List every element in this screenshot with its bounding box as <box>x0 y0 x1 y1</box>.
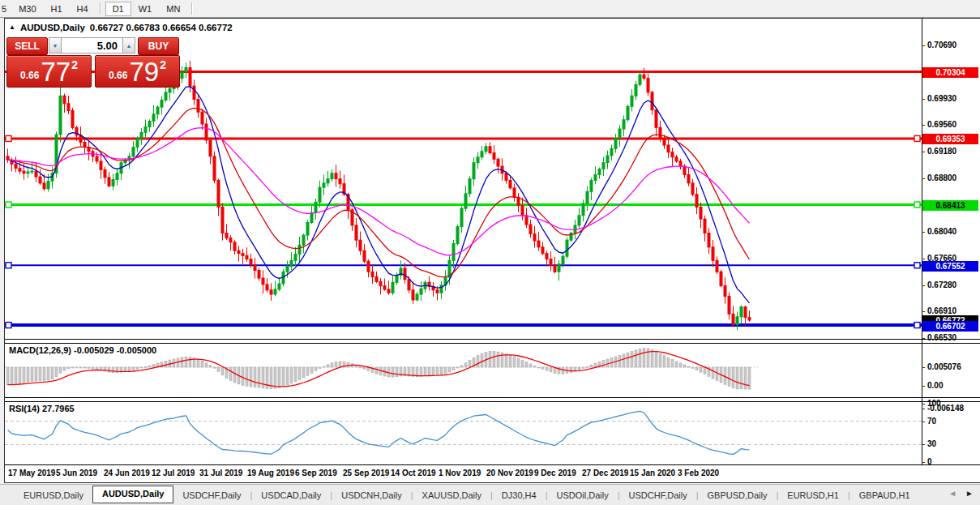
price-tick-label: 0.66910 <box>927 306 956 315</box>
horizontal-line-0.68413[interactable] <box>5 202 922 208</box>
indicator-tick-mark <box>922 422 925 422</box>
price-badge-0.67552: 0.67552 <box>922 261 978 272</box>
date-label: 3 Feb 2020 <box>678 469 719 477</box>
price-badge-0.69353: 0.69353 <box>922 134 978 144</box>
sell-quote-button[interactable]: 0.66 77 2 <box>6 55 92 88</box>
buy-quote-button[interactable]: 0.66 79 2 <box>95 55 180 88</box>
price-tick-label: 0.70690 <box>927 41 956 49</box>
chart-tab-EURUSD-H1[interactable]: EURUSD,H1 <box>778 486 848 504</box>
date-label: 15 Jan 2020 <box>630 469 675 477</box>
volume-increase-button[interactable]: ▲ <box>122 37 135 53</box>
date-label: 14 Oct 2019 <box>391 469 436 477</box>
buy-button[interactable]: BUY <box>138 37 179 55</box>
horizontal-line-0.66702[interactable] <box>5 323 922 328</box>
volume-decrease-button[interactable]: ▼ <box>49 37 62 53</box>
timeframe-toolbar: 5M30H1H4D1W1MN <box>0 0 980 18</box>
chart-tab-DJ30-H4[interactable]: DJ30,H4 <box>493 486 546 504</box>
date-label: 19 Aug 2019 <box>247 469 294 477</box>
chart-window: ▲ AUDUSD,Daily 0.66727 0.66783 0.66654 0… <box>4 18 980 483</box>
date-label: 24 Jun 2019 <box>104 469 150 477</box>
moving-average-20 <box>8 108 750 276</box>
timeframe-button-M30[interactable]: M30 <box>11 2 43 16</box>
chart-tab-USDCNH-Daily[interactable]: USDCNH,Daily <box>332 486 411 504</box>
rsi-line <box>8 411 750 454</box>
date-label: 27 Dec 2019 <box>582 469 628 477</box>
price-badge-0.70304: 0.70304 <box>922 67 978 78</box>
rsi-pane-canvas[interactable] <box>5 401 922 464</box>
date-label: 12 Jul 2019 <box>152 469 195 477</box>
price-tick-label: 0.68800 <box>927 173 956 182</box>
price-tick-mark <box>922 125 925 126</box>
horizontal-line-0.67552[interactable] <box>5 263 922 268</box>
price-tick-label: 0.69560 <box>927 120 956 129</box>
trading-terminal: 5M30H1H4D1W1MN ▲ AUDUSD,Daily 0.66727 0.… <box>0 0 980 505</box>
tab-scroll-left-button[interactable]: ◄ <box>948 489 956 499</box>
indicator-tick-mark <box>922 409 925 409</box>
price-tick-mark <box>922 259 925 259</box>
rsi-label: RSI(14) 27.7965 <box>9 404 75 413</box>
price-tick-mark <box>922 152 925 152</box>
timeframe-button-5[interactable]: 5 <box>0 2 11 16</box>
price-tick-label: 0.68040 <box>927 227 956 236</box>
sell-button[interactable]: SELL <box>6 37 48 55</box>
chart-tab-GBPAUD-H1[interactable]: GBPAUD,H1 <box>850 486 919 504</box>
price-tick-label: 0.67280 <box>927 280 956 289</box>
price-tick-mark <box>922 99 925 100</box>
timeframe-button-MN[interactable]: MN <box>159 2 187 16</box>
tab-scroll-right-button[interactable]: ► <box>965 489 974 499</box>
date-label: 9 Dec 2019 <box>534 469 576 477</box>
chart-tab-EURUSD-Daily[interactable]: EURUSD,Daily <box>15 486 92 504</box>
tab-scroll-nav: ◄ ► <box>948 489 974 499</box>
chart-tab-bar: EURUSD,DailyAUDUSD,DailyUSDCHF,Daily|USD… <box>0 484 980 505</box>
price-tick-label: 0.66530 <box>927 333 956 342</box>
volume-stepper: ▼ 5.00 ▲ <box>49 37 135 53</box>
timeframe-button-W1[interactable]: W1 <box>131 2 160 16</box>
indicator-tick-mark <box>922 386 925 387</box>
indicator-tick-mark <box>922 404 925 404</box>
date-label: 17 May 2019 <box>8 469 55 477</box>
sell-price-prefix: 0.66 <box>20 70 39 81</box>
indicator-tick-mark <box>922 367 925 368</box>
toolbar-separator <box>100 2 101 15</box>
time-axis[interactable]: 17 May 20195 Jun 201924 Jun 201912 Jul 2… <box>5 465 980 481</box>
price-tick-mark <box>922 285 925 286</box>
date-label: 5 Jun 2019 <box>56 469 97 477</box>
buy-price-sup: 2 <box>160 58 166 71</box>
macd-signal-line <box>8 352 750 387</box>
price-tick-mark <box>922 311 925 312</box>
moving-average-8 <box>8 87 750 303</box>
indicator-tick-label: 30 <box>927 439 936 448</box>
price-tick-mark <box>922 232 925 233</box>
timeframe-button-H1[interactable]: H1 <box>44 2 70 16</box>
chart-tab-USDCHF-Daily[interactable]: USDCHF,Daily <box>173 486 250 504</box>
buy-price-big: 79 <box>129 60 159 84</box>
chart-tab-XAUUSD-Daily[interactable]: XAUUSD,Daily <box>413 486 490 504</box>
date-label: 6 Sep 2019 <box>295 469 337 477</box>
volume-input[interactable]: 5.00 <box>62 37 122 53</box>
moving-average-45 <box>8 128 750 255</box>
price-tick-label: 0.69930 <box>927 94 956 103</box>
sell-price-big: 77 <box>41 60 71 84</box>
indicator-tick-mark <box>922 444 925 445</box>
price-badge-0.68413: 0.68413 <box>922 200 978 211</box>
macd-label: MACD(12,26,9) -0.005029 -0.005000 <box>9 345 156 355</box>
date-label: 1 Nov 2019 <box>439 469 481 477</box>
price-badge-0.66702: 0.66702 <box>922 321 978 332</box>
price-tick-mark <box>922 178 925 179</box>
indicator-tick-mark <box>922 462 925 463</box>
date-label: 31 Jul 2019 <box>199 469 242 477</box>
price-axis[interactable]: 0.706900.699300.695600.691800.688000.680… <box>922 19 980 465</box>
sell-price-sup: 2 <box>71 58 78 71</box>
indicator-tick-label: 70 <box>927 417 936 426</box>
price-tick-label: 0.69180 <box>927 147 956 156</box>
chart-tab-USDCHF-Daily[interactable]: USDCHF,Daily <box>620 486 696 504</box>
chart-tab-USDCAD-Daily[interactable]: USDCAD,Daily <box>252 486 330 504</box>
price-tick-mark <box>922 338 925 339</box>
chart-tab-GBPUSD-Daily[interactable]: GBPUSD,Daily <box>699 486 777 504</box>
chart-tab-USDOil-Daily[interactable]: USDOil,Daily <box>547 486 617 504</box>
timeframe-button-H4[interactable]: H4 <box>70 2 96 16</box>
timeframe-button-D1[interactable]: D1 <box>105 2 131 16</box>
date-label: 20 Nov 2019 <box>486 469 533 477</box>
chart-tab-AUDUSD-Daily[interactable]: AUDUSD,Daily <box>92 486 173 503</box>
toolbar-separator <box>191 2 193 15</box>
